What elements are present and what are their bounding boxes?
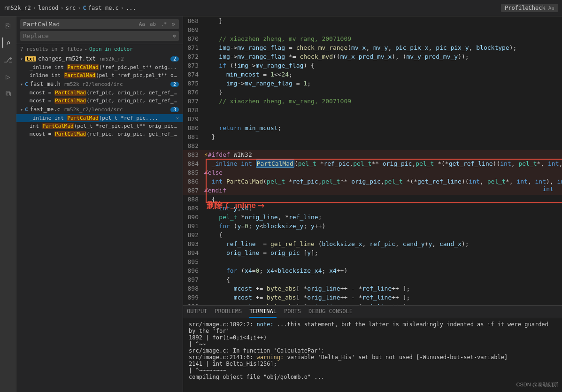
activity-explorer-icon[interactable]: ⎘ bbox=[2, 20, 14, 31]
line-number: 895 bbox=[183, 257, 204, 266]
match-case-button[interactable]: Aa bbox=[138, 21, 146, 28]
line-code bbox=[204, 141, 562, 150]
result-item-2-1[interactable]: mcost = PartCalMad(ref_pic, orig_pic, ge… bbox=[16, 89, 183, 97]
line-number: 885 bbox=[183, 168, 204, 177]
file-path-3: rm52k_r2/lencod/src bbox=[64, 107, 123, 113]
table-row: 890 pel_t *orig_line, *ref_line; bbox=[183, 213, 562, 222]
replace-row: ⊕ bbox=[20, 31, 179, 41]
result-close-3-1[interactable]: ✕ bbox=[176, 115, 179, 121]
activity-extensions-icon[interactable]: ⧉ bbox=[2, 88, 14, 99]
line-code: img->mv_range_flag = 1; bbox=[204, 79, 562, 88]
table-row: 888 { bbox=[183, 195, 562, 204]
line-number: 882 bbox=[183, 141, 204, 150]
activity-search-icon[interactable]: ⌕ bbox=[2, 37, 14, 48]
terminal-content: src/image.c:1892:2: note: ...this statem… bbox=[183, 318, 562, 392]
result-text-1-2: inline int PartCalMad(pel_t *ref_pic,pel… bbox=[30, 72, 179, 78]
line-code: ⚡#ifdef WIN32 bbox=[204, 150, 562, 159]
line-code bbox=[204, 106, 562, 115]
table-row: 877 // xiaozhen zheng, mv_rang, 20071009 bbox=[183, 97, 562, 106]
tab-output[interactable]: OUTPUT bbox=[187, 306, 207, 318]
table-row: 868 } bbox=[183, 16, 562, 25]
table-row: 875 img->mv_range_flag = 1; bbox=[183, 79, 562, 88]
result-item-3-2[interactable]: int PartCalMad(pel_t *ref_pic,pel_t** or… bbox=[16, 122, 183, 130]
line-number: 889 bbox=[183, 204, 204, 213]
line-code: } bbox=[204, 16, 562, 25]
settings-icon[interactable]: ⚙ bbox=[170, 21, 176, 28]
line-code: orig_line = orig_pic [y]; bbox=[204, 248, 562, 257]
line-code bbox=[204, 115, 562, 123]
line-code: // xiaozhen zheng, mv_rang, 20071009 bbox=[204, 97, 562, 106]
code-container[interactable]: 868 } 869 870 // xiaozhen zheng, mv_rang… bbox=[183, 16, 562, 305]
terminal-line-1: src/image.c:1892:2: note: ...this statem… bbox=[189, 321, 556, 334]
result-item-3-3[interactable]: mcost = PartCalMad(ref_pic, orig_pic, ge… bbox=[16, 130, 183, 138]
file-header-2[interactable]: ▾ C fast_me.h rm52k_r2/lencod/inc 2 bbox=[16, 79, 183, 89]
table-row: 870 // xiaozhen zheng, mv_rang, 20071009 bbox=[183, 34, 562, 43]
table-row: 871 img->mv_range_flag = check_mv_range(… bbox=[183, 43, 562, 52]
table-row: 869 bbox=[183, 25, 562, 34]
replace-input[interactable] bbox=[23, 32, 171, 39]
regex-button[interactable]: .* bbox=[159, 21, 168, 28]
table-row: 880 return min_mcost; bbox=[183, 123, 562, 132]
file-icon-c-3: C bbox=[25, 107, 28, 113]
table-row: 879 bbox=[183, 115, 562, 123]
file-icon-c-2: C bbox=[25, 81, 28, 87]
result-text-2-1: mcost = PartCalMad(ref_pic, orig_pic, ge… bbox=[30, 90, 179, 96]
tab-terminal[interactable]: TERMINAL bbox=[249, 306, 277, 318]
tab-debug-console[interactable]: DEBUG CONSOLE bbox=[308, 306, 353, 318]
table-row: 887 #endif bbox=[183, 186, 562, 195]
line-number: 883 bbox=[183, 150, 204, 159]
code-table: 868 } 869 870 // xiaozhen zheng, mv_rang… bbox=[183, 16, 562, 305]
result-item-1-2[interactable]: inline int PartCalMad(pel_t *ref_pic,pel… bbox=[16, 71, 183, 79]
open-in-editor-link[interactable]: Open in editor bbox=[89, 46, 133, 52]
profile-check-button[interactable]: ProfileCheck Aa bbox=[501, 4, 558, 12]
search-input-row: Aa ab .* ⚙ bbox=[20, 19, 179, 29]
terminal-line-8: compiling object file "obj/golomb.o" ... bbox=[189, 374, 556, 380]
line-code: min_mcost = 1<<24; bbox=[204, 70, 562, 79]
line-code: mcost += byte_abs[ *orig_line++ - *ref_l… bbox=[204, 293, 562, 302]
replace-icon[interactable]: ⊕ bbox=[173, 33, 176, 39]
results-count: 7 results in 3 files bbox=[20, 46, 82, 52]
line-code: { bbox=[204, 195, 562, 204]
line-code: _inline int PartCalMad(pel_t *ref_pic,pe… bbox=[204, 159, 562, 168]
activity-git-icon[interactable]: ⎇ bbox=[2, 54, 14, 65]
whole-word-button[interactable]: ab bbox=[148, 21, 157, 28]
line-number: 871 bbox=[183, 43, 204, 52]
sidebar: Aa ab .* ⚙ ⊕ 7 results in 3 files - Open… bbox=[16, 16, 183, 392]
tab-problems[interactable]: PROBLEMS bbox=[215, 306, 242, 318]
line-code: for (y=0; y<blocksize_y; y++) bbox=[204, 222, 562, 231]
result-item-2-2[interactable]: mcost = PartCalMad(ref_pic, orig_pic, ge… bbox=[16, 97, 183, 105]
search-input[interactable] bbox=[23, 21, 136, 28]
line-number: 899 bbox=[183, 293, 204, 302]
line-number: 875 bbox=[183, 79, 204, 88]
line-code: ref_line = get_ref_line (blocksize_x, re… bbox=[204, 239, 562, 248]
result-text-1-1: _inline int PartCalMad(*ref_pic,pel_t** … bbox=[30, 64, 179, 70]
table-row: 894 orig_line = orig_pic [y]; bbox=[183, 248, 562, 257]
table-row: 874 min_mcost = 1<<24; bbox=[183, 70, 562, 79]
line-number: 897 bbox=[183, 275, 204, 284]
result-item-1-1[interactable]: _inline int PartCalMad(*ref_pic,pel_t** … bbox=[16, 63, 183, 71]
line-number: 900 bbox=[183, 302, 204, 305]
file-header-1[interactable]: ▾ txt changes_rm52f.txt rm52k_r2 2 bbox=[16, 54, 183, 63]
line-number: 874 bbox=[183, 70, 204, 79]
table-row: 892 { bbox=[183, 231, 562, 239]
table-row: 876 } bbox=[183, 88, 562, 97]
results-header: 7 results in 3 files - Open in editor bbox=[16, 44, 183, 54]
line-number: 887 bbox=[183, 186, 204, 195]
terminal-line-6: 2141 | int Belta_His[256]; bbox=[189, 361, 556, 367]
table-row: 898 mcost += byte_abs[ *orig_line++ - *r… bbox=[183, 284, 562, 293]
result-item-3-1[interactable]: _inline int PartCalMad(pel_t *ref_pic,..… bbox=[16, 114, 183, 122]
activity-debug-icon[interactable]: ▷ bbox=[2, 71, 14, 82]
table-row: 885 #else bbox=[183, 168, 562, 177]
breadcrumb-filename: fast_me.c bbox=[88, 5, 119, 11]
file-header-3[interactable]: ▾ C fast_me.c rm52k_r2/lencod/src 3 bbox=[16, 105, 183, 114]
line-code: int PartCalMad(pel_t *ref_pic,pel_t** or… bbox=[204, 177, 562, 186]
line-number: 894 bbox=[183, 248, 204, 257]
line-number: 898 bbox=[183, 284, 204, 293]
line-code: mcost += byte_abs[ *orig_line++ - *ref_l… bbox=[204, 284, 562, 293]
line-code: img->mv_range_flag *= check_mvd((mv_x-pr… bbox=[204, 52, 562, 61]
table-row: 872 img->mv_range_flag *= check_mvd((mv_… bbox=[183, 52, 562, 61]
tab-ports[interactable]: PORTS bbox=[284, 306, 301, 318]
line-code: { bbox=[204, 231, 562, 239]
line-number: 884 bbox=[183, 159, 204, 168]
chevron-3: ▾ bbox=[20, 107, 23, 112]
